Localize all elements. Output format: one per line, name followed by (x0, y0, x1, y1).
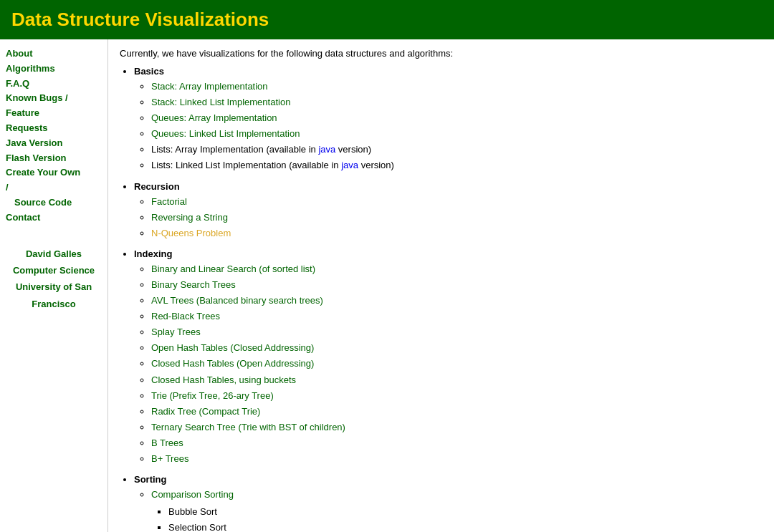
list-item: Splay Trees (151, 324, 763, 340)
author-name: David Galles (26, 248, 82, 259)
main-content: Currently, we have visualizations for th… (108, 39, 774, 532)
list-item: Stack: Linked List Implementation (151, 95, 763, 110)
sidebar-item-known-bugs[interactable]: Known Bugs /Feature (6, 91, 102, 121)
category-recursion: Recursion Factorial Reversing a String N… (134, 181, 763, 241)
list-item: N-Queens Problem (151, 226, 763, 241)
author-department: Computer Science (13, 265, 95, 276)
sidebar-item-about[interactable]: About (6, 47, 102, 62)
indexing-items: Binary and Linear Search (of sorted list… (134, 261, 763, 467)
list-item: B Trees (151, 435, 763, 451)
list-item: AVL Trees (Balanced binary search trees) (151, 293, 763, 309)
list-item: Binary and Linear Search (of sorted list… (151, 261, 763, 277)
sidebar: About Algorithms F.A.Q Known Bugs /Featu… (0, 39, 108, 532)
list-item: Trie (Prefix Tree, 26-ary Tree) (151, 388, 763, 404)
list-item: Open Hash Tables (Closed Addressing) (151, 340, 763, 356)
list-item: Queues: Array Implementation (151, 110, 763, 126)
list-item: Stack: Array Implementation (151, 79, 763, 95)
sidebar-item-create-your-own[interactable]: Create Your Own (6, 165, 102, 180)
sidebar-item-flash-version[interactable]: Flash Version (6, 151, 102, 166)
intro-text: Currently, we have visualizations for th… (120, 48, 763, 59)
sorting-items: Comparison Sorting Bubble Sort Selection… (134, 487, 763, 532)
category-basics: Basics Stack: Array Implementation Stack… (134, 66, 763, 174)
sidebar-item-faq[interactable]: F.A.Q (6, 77, 102, 92)
list-item: Reversing a String (151, 210, 763, 226)
category-sorting: Sorting Comparison Sorting Bubble Sort S… (134, 474, 763, 532)
list-item: Lists: Linked List Implementation (avail… (151, 158, 763, 173)
basics-items: Stack: Array Implementation Stack: Linke… (134, 79, 763, 174)
sidebar-item-java-version[interactable]: Java Version (6, 136, 102, 151)
sidebar-item-algorithms[interactable]: Algorithms (6, 62, 102, 77)
list-item: Red-Black Trees (151, 309, 763, 324)
comparison-sorting-items: Bubble Sort Selection Sort Insertion Sor… (151, 504, 763, 532)
list-item: Closed Hash Tables, using buckets (151, 372, 763, 388)
list-item: Comparison Sorting Bubble Sort Selection… (151, 487, 763, 532)
list-item: Ternary Search Tree (Trie with BST of ch… (151, 420, 763, 435)
author-university-line1: University of San (16, 281, 92, 292)
list-item: Binary Search Trees (151, 277, 763, 293)
list-item: Selection Sort (168, 520, 763, 532)
recursion-items: Factorial Reversing a String N-Queens Pr… (134, 194, 763, 241)
header: Data Structure Visualizations (0, 0, 774, 39)
sidebar-item-requests[interactable]: Requests (6, 121, 102, 136)
category-indexing: Indexing Binary and Linear Search (of so… (134, 248, 763, 467)
list-item: Closed Hash Tables (Open Addressing) (151, 356, 763, 372)
list-item: Lists: Array Implementation (available i… (151, 142, 763, 158)
list-item: B+ Trees (151, 451, 763, 467)
sidebar-item-contact[interactable]: Contact (6, 211, 102, 226)
page-title: Data Structure Visualizations (11, 9, 763, 31)
author-info: David Galles Computer Science University… (6, 246, 102, 313)
list-item: Queues: Linked List Implementation (151, 126, 763, 142)
author-university-line2: Francisco (32, 299, 75, 309)
list-item: Bubble Sort (168, 504, 763, 520)
list-item: Radix Tree (Compact Trie) (151, 404, 763, 420)
sidebar-item-source-code[interactable]: Source Code (14, 195, 102, 211)
sidebar-item-slash[interactable]: / (6, 180, 102, 195)
list-item: Factorial (151, 194, 763, 210)
categories-list: Basics Stack: Array Implementation Stack… (120, 66, 763, 532)
